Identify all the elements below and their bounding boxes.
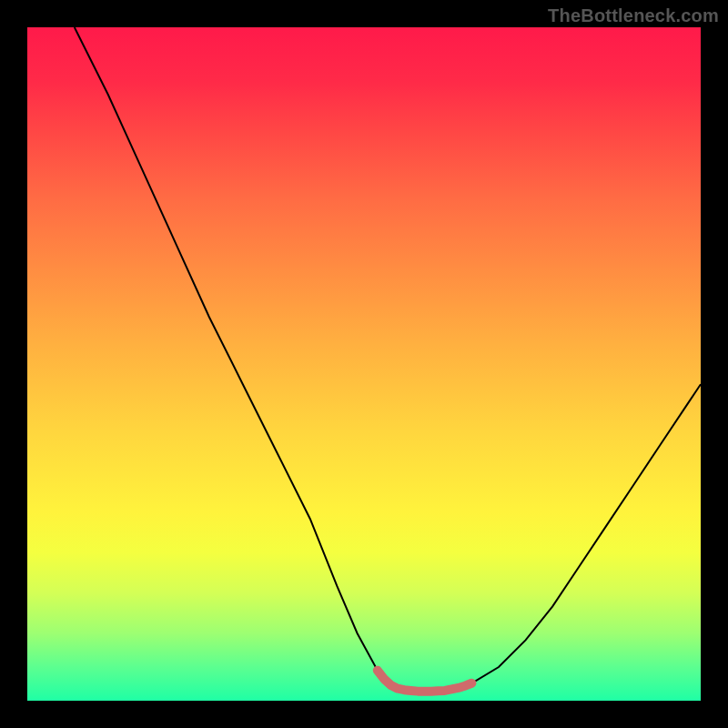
chart-svg xyxy=(27,27,701,701)
chart-frame: TheBottleneck.com xyxy=(0,0,728,728)
plot-area xyxy=(27,27,701,701)
watermark-text: TheBottleneck.com xyxy=(548,5,719,26)
optimal-zone xyxy=(378,671,472,692)
bottleneck-curve xyxy=(75,27,701,692)
